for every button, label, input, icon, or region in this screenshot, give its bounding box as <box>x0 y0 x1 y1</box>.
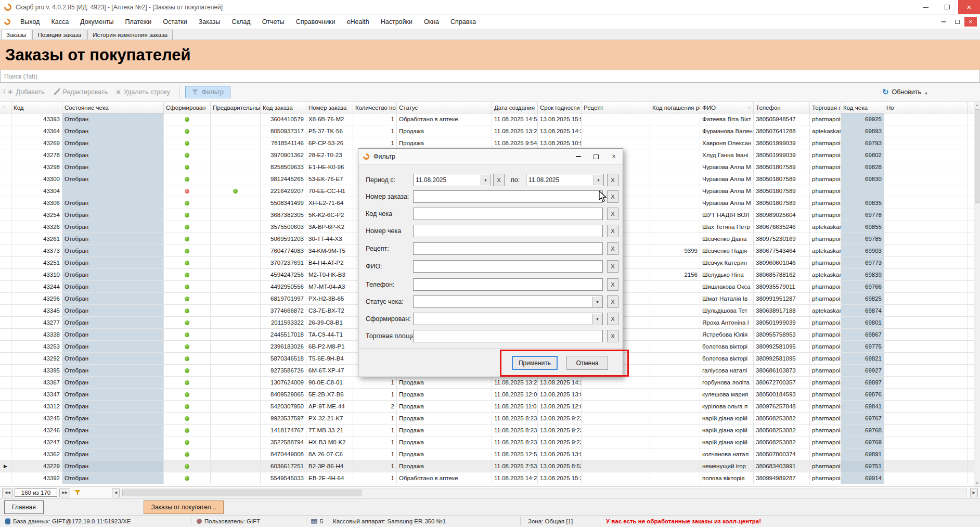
scroll-left-button[interactable]: ◀ <box>112 489 120 497</box>
column-header-no[interactable]: Но <box>884 102 968 113</box>
table-row[interactable]: 43364Отобран8050937317P5-37-TK-561Продаж… <box>0 125 974 137</box>
period-from-combobox[interactable]: 11.08.2025 ▼ <box>413 174 491 186</box>
chevron-down-icon[interactable]: ▼ <box>592 314 602 324</box>
table-row[interactable]: 43247Отобран3522588794HX-B3-M0-K21Продаж… <box>0 436 974 448</box>
dialog-close-button[interactable]: × <box>605 149 623 164</box>
scroll-right-button[interactable]: ▶ <box>970 489 978 497</box>
column-header-qty[interactable]: Количество пози <box>353 102 397 113</box>
tab-история-изменения-заказа[interactable]: История изменения заказа <box>87 30 173 40</box>
tab-позиции-заказа[interactable]: Позиции заказа <box>32 30 86 40</box>
menu-item-выход[interactable]: Выход <box>15 18 45 25</box>
filter-field-рецепт-clear-button[interactable]: X <box>607 242 618 255</box>
table-row[interactable]: 43367Отобран130762400990-0E-C8-011Продаж… <box>0 377 974 389</box>
menu-item-настройки[interactable]: Настройки <box>375 18 418 25</box>
filter-field-сформирован-clear-button[interactable]: X <box>607 313 618 325</box>
table-row[interactable]: 43393Отобран3604410579X8-6B-76-M21Обрабо… <box>0 113 974 125</box>
tab-заказы[interactable]: Заказы <box>1 30 31 40</box>
menu-item-платежи[interactable]: Платежи <box>120 18 158 25</box>
menu-item-справочники[interactable]: Справочники <box>290 18 341 25</box>
filter-field-код-чека-clear-button[interactable]: X <box>607 208 618 220</box>
filter-field-код-чека-input[interactable] <box>413 208 603 220</box>
vertical-scrollbar-thumb[interactable] <box>975 109 979 203</box>
refresh-button[interactable]: ↻ Обновить ▼ <box>882 87 928 97</box>
cancel-button[interactable]: Отмена <box>566 356 608 370</box>
column-header-fio[interactable]: ФИО△ <box>700 102 754 113</box>
table-row[interactable]: 43392Отобран5549545033EB-2E-4H-641Обрабо… <box>0 472 974 484</box>
dialog-maximize-button[interactable] <box>587 149 605 164</box>
table-row[interactable]: 43245Отобран9923537597PX-32-21-K71Продаж… <box>0 413 974 425</box>
window-tab-orders[interactable]: Заказы от покупател .. <box>144 500 224 514</box>
column-header-phone[interactable]: Телефон <box>754 102 810 113</box>
chevron-down-icon[interactable]: ▼ <box>481 175 490 185</box>
column-header-recipe[interactable]: Рецепт <box>582 102 650 113</box>
filter-field-рецепт-input[interactable] <box>413 242 603 255</box>
table-row[interactable]: 43269Отобран78185411466P-CP-53-261Продаж… <box>0 137 974 149</box>
menu-item-справка[interactable]: Справка <box>445 18 482 25</box>
first-page-button[interactable]: ◀◀ <box>2 489 13 497</box>
filter-field-номер-чека-clear-button[interactable]: X <box>607 225 618 237</box>
filter-field-статус-чека-clear-button[interactable]: X <box>607 295 618 308</box>
chevron-down-icon[interactable]: ▼ <box>594 175 603 185</box>
close-button[interactable]: × <box>958 0 980 14</box>
menu-item-касса[interactable]: Касса <box>45 18 74 25</box>
edit-button[interactable]: Редактировать <box>53 88 108 96</box>
column-header-pre[interactable]: Предварительны <box>211 102 261 113</box>
column-header-state[interactable]: Состояние чека <box>62 102 164 113</box>
filter-field-номер-заказа-input[interactable] <box>413 190 603 203</box>
period-from-clear-button[interactable]: X <box>493 174 505 186</box>
last-page-button[interactable]: ▶▶ <box>59 489 70 497</box>
filter-field-сформирован-dropdown[interactable]: ▼ <box>413 313 603 325</box>
filter-field-телефон-input[interactable] <box>413 278 603 291</box>
horizontal-scrollbar[interactable] <box>121 489 966 497</box>
mdi-minimize-button[interactable] <box>937 17 950 27</box>
maximize-button[interactable] <box>936 0 958 14</box>
filter-field-фио-clear-button[interactable]: X <box>607 260 618 273</box>
horizontal-scrollbar-thumb[interactable] <box>122 490 362 496</box>
column-header-expiry[interactable]: Срок годности <box>538 102 582 113</box>
scroll-up-icon[interactable]: ▲ <box>974 102 980 108</box>
table-row[interactable]: 43312Отобран5420307950AP-9T-ME-442Продаж… <box>0 401 974 413</box>
minimize-button[interactable] <box>914 0 936 14</box>
pager-filter-icon[interactable] <box>74 490 81 496</box>
table-row[interactable]: 43246Отобран14181747677T-MB-33-211Продаж… <box>0 425 974 436</box>
table-row[interactable]: 43362Отобран84704490088A-26-07-C61Продаж… <box>0 448 974 460</box>
delete-row-button[interactable]: × Удалить строку <box>116 88 170 96</box>
mdi-restore-button[interactable] <box>951 17 963 27</box>
column-header-created[interactable]: Дата создания <box>492 102 538 113</box>
filter-dialog-title-bar[interactable]: Фильтр × <box>358 149 623 165</box>
table-row[interactable]: ▶43229Отобран6036617251B2-3P-86-H41Прода… <box>0 460 974 472</box>
filter-field-торговая-площадка-input[interactable] <box>413 330 603 342</box>
period-to-clear-button[interactable]: X <box>607 174 618 186</box>
column-header-check_code[interactable]: Код чека <box>841 102 884 113</box>
menu-item-склад[interactable]: Склад <box>226 18 256 25</box>
column-header-redeem[interactable]: Код погашения ре <box>650 102 700 113</box>
column-header-kod[interactable]: Код <box>11 102 62 113</box>
column-header-platform[interactable]: Торговая пл <box>810 102 841 113</box>
filter-field-фио-input[interactable] <box>413 260 603 273</box>
menu-item-заказы[interactable]: Заказы <box>193 18 226 25</box>
column-header-formed[interactable]: Сформирован <box>164 102 211 113</box>
menu-item-документы[interactable]: Документы <box>74 18 119 25</box>
scroll-down-icon[interactable]: ▼ <box>974 480 980 486</box>
chevron-down-icon[interactable]: ▼ <box>592 297 602 307</box>
column-header-status[interactable]: Статус <box>397 102 492 113</box>
filter-button[interactable]: Фильтр <box>185 86 230 98</box>
mdi-close-button[interactable]: × <box>964 17 977 27</box>
add-button[interactable]: + Добавить <box>8 88 45 96</box>
menu-item-окна[interactable]: Окна <box>418 18 445 25</box>
menu-item-ehealth[interactable]: eHealth <box>341 18 375 25</box>
filter-field-торговая-площадка-clear-button[interactable]: X <box>607 330 618 342</box>
filter-field-номер-чека-input[interactable] <box>413 225 603 237</box>
period-to-combobox[interactable]: 11.08.2025 ▼ <box>526 174 604 186</box>
column-header-order_num[interactable]: Номер заказа <box>306 102 353 113</box>
filter-field-статус-чека-dropdown[interactable]: ▼ <box>413 295 603 308</box>
search-input[interactable] <box>0 70 980 83</box>
column-header-order_code[interactable]: Код заказа <box>261 102 306 113</box>
filter-field-телефон-clear-button[interactable]: X <box>607 278 618 291</box>
vertical-scrollbar[interactable]: ▲ ▼ <box>974 102 980 486</box>
window-tab-home[interactable]: Главная <box>4 500 44 514</box>
menu-item-остатки[interactable]: Остатки <box>157 18 192 25</box>
dialog-minimize-button[interactable] <box>570 149 587 164</box>
menu-item-отчеты[interactable]: Отчеты <box>256 18 290 25</box>
table-row[interactable]: 43347Отобран84095290655E-2B-X7-B61Продаж… <box>0 389 974 401</box>
